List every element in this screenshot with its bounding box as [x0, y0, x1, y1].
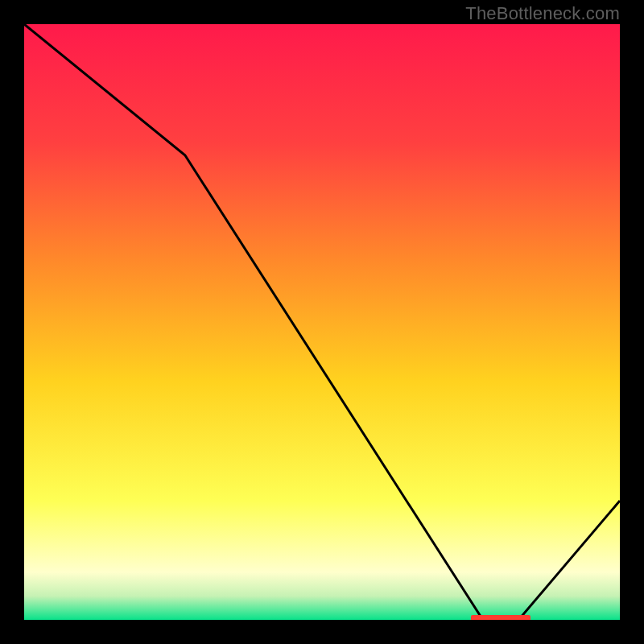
- plot-area: [24, 24, 620, 620]
- svg-rect-0: [471, 615, 530, 620]
- chart-frame: TheBottleneck.com: [0, 0, 644, 644]
- attribution-label: TheBottleneck.com: [465, 3, 620, 24]
- gradient-background: [24, 24, 620, 620]
- bottleneck-chart: [24, 24, 620, 620]
- optimum-marker: [471, 615, 530, 620]
